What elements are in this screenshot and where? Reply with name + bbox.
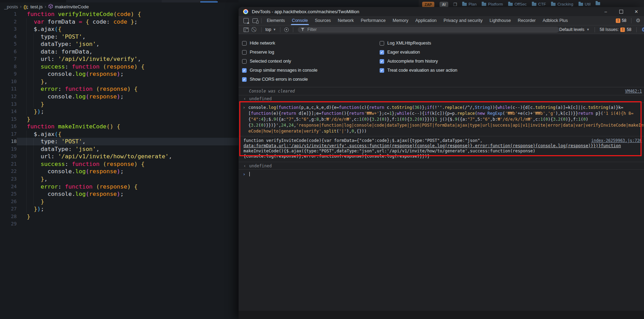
console-token: };c=	[379, 111, 389, 116]
tab-sources[interactable]: Sources	[311, 16, 334, 25]
code-token: {	[86, 18, 89, 25]
breadcrumb-symbol[interactable]: makeInviteCode	[55, 4, 89, 9]
filter-input[interactable]	[307, 27, 556, 32]
code-token: '/api/v1/invite/verify'	[58, 56, 137, 62]
log-levels-dropdown[interactable]: Default levels ▼	[559, 27, 590, 32]
code-token: function	[27, 11, 54, 17]
code-token: (	[103, 161, 107, 167]
code-token: response	[107, 161, 134, 167]
return-value: undefined	[249, 96, 272, 101]
breadcrumb-file[interactable]: test.js	[30, 4, 42, 9]
tab-recorder[interactable]: Recorder	[514, 16, 539, 25]
setting-selected-context-only[interactable]: Selected context only	[242, 57, 318, 66]
code-token: :	[65, 63, 72, 70]
checkbox-unchecked[interactable]	[242, 41, 247, 46]
setting-autocomplete-from-history[interactable]: ✓Autocomplete from history	[380, 57, 457, 66]
source-link[interactable]: index-26259963.js:726	[589, 138, 642, 143]
live-expression-button[interactable]	[282, 27, 291, 32]
bookmark-ai[interactable]: AI	[440, 2, 448, 7]
checkbox-checked[interactable]: ✓	[242, 77, 247, 82]
setting-group-similar-messages-in-console[interactable]: ✓Group similar messages in console	[242, 66, 318, 75]
issues-badge[interactable]: ! 58	[616, 18, 626, 23]
setting-treat-code-evaluation-as-user-action[interactable]: ✓Treat code evaluation as user action	[380, 66, 457, 75]
checkbox-checked[interactable]: ✓	[380, 59, 384, 64]
console-token: ,	[545, 111, 548, 116]
tab-network[interactable]: Network	[334, 16, 357, 25]
setting-preserve-log[interactable]: Preserve log	[242, 48, 318, 57]
code-token: :	[58, 86, 65, 92]
maximize-button[interactable]	[613, 7, 629, 16]
editor-tab[interactable]	[66, 0, 162, 2]
console-prompt[interactable]: ›	[239, 170, 644, 178]
bookmark-folder-cracking[interactable]: Cracking	[551, 2, 573, 6]
code-token: ,	[96, 146, 100, 152]
clear-console-button[interactable]: ⃠	[250, 27, 259, 32]
tab-adblock-plus[interactable]: Adblock Plus	[539, 16, 571, 25]
checkbox-unchecked[interactable]	[242, 50, 247, 55]
inspect-element-button[interactable]	[241, 16, 250, 25]
setting-label: Preserve log	[250, 50, 274, 55]
line-number: 13	[0, 101, 17, 108]
tab-groups-icon[interactable]: ❐	[453, 2, 457, 7]
issues-count: 58	[627, 27, 631, 32]
bookmark-folder-plan[interactable]: Plan	[462, 2, 476, 6]
console-token: 36	[414, 105, 419, 110]
line-number: 19	[0, 145, 17, 153]
checkbox-checked[interactable]: ✓	[380, 50, 384, 55]
bookmark-folder[interactable]	[596, 2, 602, 5]
code-token: function	[65, 86, 92, 92]
sidebar-panel-icon	[243, 27, 249, 32]
panel-tabs: ElementsConsoleSourcesNetworkPerformance…	[263, 16, 571, 25]
source-link[interactable]: VM462:1	[625, 89, 642, 94]
setting-show-cors-errors-in-console[interactable]: ✓Show CORS errors in console	[242, 75, 318, 84]
bookmark-folder-util[interactable]: Util	[579, 2, 591, 6]
bookmark-folder-offsec[interactable]: OffSec	[508, 2, 527, 6]
checkbox-unchecked[interactable]	[380, 41, 384, 46]
tab-privacy-and-security[interactable]: Privacy and security	[440, 16, 486, 25]
console-token: (	[412, 105, 414, 110]
folder-icon	[551, 3, 556, 6]
line-number: 11	[0, 85, 17, 93]
console-token: eCode|how|to|generate|verify'	[248, 129, 321, 134]
console-token: .	[321, 129, 324, 134]
context-selector[interactable]: top ▼	[263, 27, 278, 32]
bookmark-folder-platform[interactable]: Platform	[482, 2, 503, 6]
checkbox-checked[interactable]: ✓	[242, 68, 247, 73]
line-number: 14	[0, 108, 17, 115]
console-token: return	[369, 105, 384, 110]
line-number: 28	[0, 213, 17, 221]
return-value: undefined	[249, 164, 272, 168]
folder-icon	[508, 3, 513, 6]
console-token: )},f:	[566, 117, 578, 122]
tab-lighthouse[interactable]: Lighthouse	[486, 16, 514, 25]
checkbox-unchecked[interactable]	[242, 59, 247, 64]
close-button[interactable]: ✕	[629, 7, 644, 16]
window-controls: – ✕	[598, 7, 644, 16]
setting-label: Eager evaluation	[387, 50, 420, 55]
issues-counter[interactable]: 58 Issues: ! 58	[600, 27, 631, 32]
console-token: return	[578, 111, 593, 116]
console-token: (!''.	[432, 105, 444, 110]
tab-performance[interactable]: Performance	[357, 16, 389, 25]
console-token: (	[399, 117, 402, 122]
device-toolbar-button[interactable]	[250, 16, 259, 25]
tab-elements[interactable]: Elements	[263, 16, 288, 25]
setting-log-xmlhttprequests[interactable]: Log XMLHttpRequests	[380, 39, 457, 48]
tab-console[interactable]: Console	[288, 16, 311, 25]
line-number: 26	[0, 198, 17, 206]
console-sidebar-button[interactable]	[241, 27, 250, 32]
breadcrumb-folder[interactable]: _posts	[4, 4, 18, 9]
filter-field[interactable]	[298, 27, 559, 33]
setting-hide-network[interactable]: Hide network	[242, 39, 318, 48]
checkbox-checked[interactable]: ✓	[380, 68, 384, 73]
settings-gear-icon[interactable]: ⚙	[636, 17, 641, 24]
bookmark-zap[interactable]: ZAP	[422, 2, 434, 7]
setting-eager-evaluation[interactable]: ✓Eager evaluation	[380, 48, 457, 57]
tab-memory[interactable]: Memory	[389, 16, 412, 25]
minimize-button[interactable]: –	[598, 7, 613, 16]
tab-application[interactable]: Application	[412, 16, 440, 25]
console-token: (k[c]){p=p.	[429, 111, 457, 116]
bookmark-folder-ctf[interactable]: CTF	[532, 2, 546, 6]
code-token: makeInviteCode	[58, 123, 106, 130]
extension-gear-icon[interactable]: ⚙	[642, 26, 644, 33]
